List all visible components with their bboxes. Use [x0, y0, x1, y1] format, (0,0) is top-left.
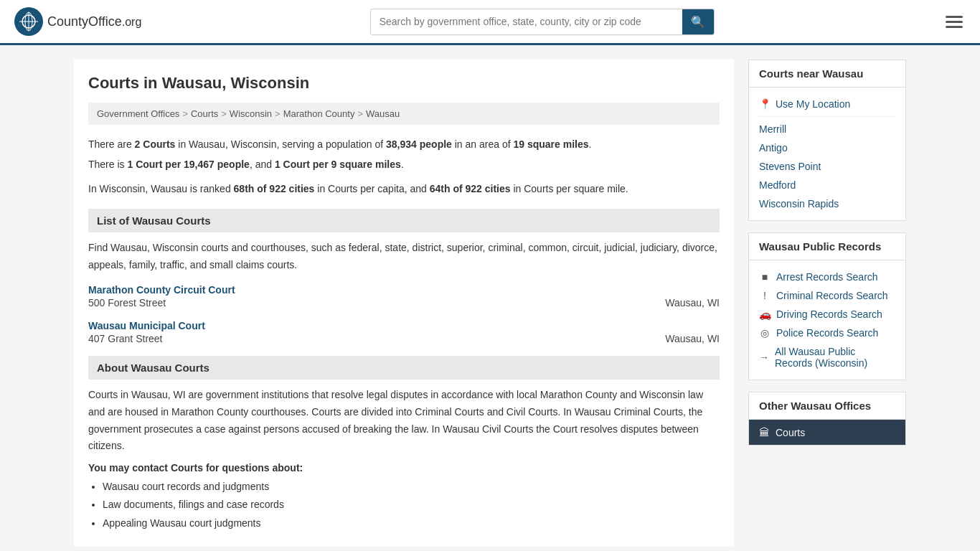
record-link-1: ■ Arrest Records Search: [759, 268, 895, 286]
sum-end2: .: [401, 159, 404, 170]
court-name-1: Marathon County Circuit Court: [88, 284, 720, 296]
breadcrumb-sep1: >: [182, 108, 188, 119]
breadcrumb-sep3: >: [275, 108, 281, 119]
nearby-link-1: Merrill: [759, 120, 895, 138]
other-offices-title: Other Wausau Offices: [749, 392, 905, 420]
use-my-location-link[interactable]: Use My Location: [776, 98, 850, 110]
logo-name: CountyOffice: [47, 14, 122, 29]
about-text: Courts in Wausau, WI are government inst…: [88, 387, 720, 455]
hamburger-line1: [946, 16, 963, 18]
separator-1: [759, 116, 895, 117]
criminal-records-link[interactable]: Criminal Records Search: [776, 290, 888, 301]
contact-item-3: Appealing Wausau court judgments: [103, 514, 720, 532]
sum-mid2: in an area of: [452, 138, 514, 150]
site-header: CountyOffice.org 🔍: [0, 0, 980, 45]
logo-org: .org: [122, 16, 142, 28]
public-records-content: ■ Arrest Records Search ! Criminal Recor…: [749, 260, 905, 380]
sum-mid3: , and: [250, 159, 275, 170]
breadcrumb-item-county[interactable]: Marathon County: [283, 108, 355, 119]
page-container: Courts in Wausau, Wisconsin Government O…: [60, 45, 920, 551]
nearby-anchor-1[interactable]: Merrill: [759, 123, 786, 135]
court-name-2: Wausau Municipal Court: [88, 320, 720, 331]
hamburger-line2: [946, 21, 963, 23]
criminal-icon: !: [759, 290, 771, 301]
arrest-records-link[interactable]: Arrest Records Search: [776, 271, 878, 283]
driving-icon: 🚗: [759, 309, 771, 320]
breadcrumb-sep4: >: [357, 108, 363, 119]
arrest-icon: ■: [759, 271, 771, 283]
search-input[interactable]: [371, 10, 682, 33]
court-address-1: 500 Forest Street: [88, 297, 166, 309]
sum-court-count: 2 Courts: [135, 138, 176, 150]
breadcrumb-item-state[interactable]: Wisconsin: [230, 108, 272, 119]
breadcrumb-item-city[interactable]: Wausau: [366, 108, 400, 119]
court-link-2[interactable]: Wausau Municipal Court: [88, 320, 205, 331]
court-address-2: 407 Grant Street: [88, 333, 163, 344]
use-my-location-row: 📍 Use My Location: [759, 95, 895, 113]
logo-text: CountyOffice.org: [47, 14, 141, 29]
logo-area: CountyOffice.org: [14, 7, 141, 36]
nearby-content: 📍 Use My Location Merrill Antigo Stevens…: [749, 88, 905, 220]
nearby-title: Courts near Wausau: [749, 60, 905, 88]
contact-item-1: Wausau court records and judgments: [103, 478, 720, 496]
nearby-box: Courts near Wausau 📍 Use My Location Mer…: [748, 60, 906, 221]
sum-end3: in Courts per square mile.: [511, 183, 628, 194]
hamburger-menu[interactable]: [943, 13, 966, 31]
court-item-2: Wausau Municipal Court 407 Grant Street …: [88, 320, 720, 344]
nearby-anchor-5[interactable]: Wisconsin Rapids: [759, 198, 839, 209]
sum-end1: .: [589, 138, 592, 150]
police-records-link[interactable]: Police Records Search: [776, 327, 878, 339]
contact-item-2: Law documents, filings and case records: [103, 496, 720, 514]
sum-per-cap: 1 Court per 19,467 people: [127, 159, 249, 170]
logo-icon: [14, 7, 43, 36]
nearby-anchor-4[interactable]: Medford: [759, 179, 796, 191]
list-description: Find Wausau, Wisconsin courts and courth…: [88, 240, 720, 274]
sum-rank-cap: 68th of 922 cities: [234, 183, 315, 194]
courts-office-icon: 🏛: [759, 426, 770, 438]
summary-block: There are 2 Courts in Wausau, Wisconsin,…: [88, 136, 720, 174]
list-section-header: List of Wausau Courts: [88, 209, 720, 232]
record-link-3: 🚗 Driving Records Search: [759, 305, 895, 324]
hamburger-line3: [946, 26, 963, 28]
contact-list: Wausau court records and judgments Law d…: [103, 478, 720, 532]
breadcrumb: Government Offices > Courts > Wisconsin …: [88, 103, 720, 125]
other-offices-box: Other Wausau Offices 🏛 Courts: [748, 392, 906, 446]
office-courts[interactable]: 🏛 Courts: [749, 420, 905, 445]
breadcrumb-item-gov[interactable]: Government Offices: [97, 108, 179, 119]
sum-per-sq: 1 Court per 9 square miles: [275, 159, 401, 170]
nearby-link-4: Medford: [759, 176, 895, 194]
court-citystate-2: Wausau, WI: [665, 333, 720, 344]
public-records-title: Wausau Public Records: [749, 233, 905, 260]
sum-mid4: in Courts per capita, and: [314, 183, 429, 194]
sidebar: Courts near Wausau 📍 Use My Location Mer…: [748, 60, 906, 547]
breadcrumb-item-courts[interactable]: Courts: [191, 108, 218, 119]
sum-pre2: There is: [88, 159, 127, 170]
search-button[interactable]: 🔍: [682, 9, 714, 34]
sum-rank-sq: 64th of 922 cities: [430, 183, 511, 194]
court-details-2: 407 Grant Street Wausau, WI: [88, 333, 720, 344]
court-link-1[interactable]: Marathon County Circuit Court: [88, 284, 235, 296]
police-icon: ◎: [759, 327, 771, 339]
contact-header: You may contact Courts for questions abo…: [88, 462, 720, 474]
record-link-4: ◎ Police Records Search: [759, 324, 895, 342]
court-item-1: Marathon County Circuit Court 500 Forest…: [88, 284, 720, 309]
search-form: 🔍: [370, 9, 715, 35]
all-records-link[interactable]: All Wausau Public Records (Wisconsin): [775, 346, 895, 369]
courts-office-link[interactable]: Courts: [776, 427, 805, 438]
court-details-1: 500 Forest Street Wausau, WI: [88, 297, 720, 309]
page-title: Courts in Wausau, Wisconsin: [88, 74, 720, 93]
main-content: Courts in Wausau, Wisconsin Government O…: [74, 60, 734, 547]
sum-pop: 38,934 people: [386, 138, 452, 150]
nearby-link-5: Wisconsin Rapids: [759, 194, 895, 213]
driving-records-link[interactable]: Driving Records Search: [776, 309, 882, 320]
sum-pre1: There are: [88, 138, 135, 150]
summary-rank: In Wisconsin, Wausau is ranked 68th of 9…: [88, 181, 720, 198]
record-link-5: → All Wausau Public Records (Wisconsin): [759, 342, 895, 372]
nearby-link-2: Antigo: [759, 138, 895, 157]
nearby-link-3: Stevens Point: [759, 157, 895, 176]
nearby-anchor-2[interactable]: Antigo: [759, 142, 788, 154]
about-section-header: About Wausau Courts: [88, 356, 720, 380]
all-records-icon: →: [759, 352, 769, 363]
sum-pre3: In Wisconsin, Wausau is ranked: [88, 183, 234, 194]
nearby-anchor-3[interactable]: Stevens Point: [759, 161, 821, 172]
